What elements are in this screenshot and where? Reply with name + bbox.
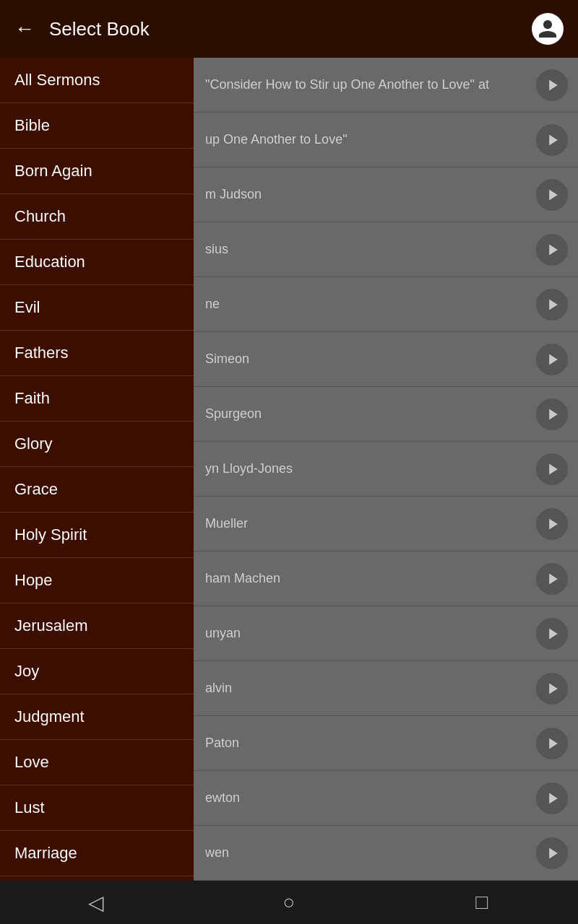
svg-marker-6 <box>549 409 558 419</box>
svg-marker-3 <box>549 244 558 255</box>
sidebar-item-born-again[interactable]: Born Again <box>0 149 194 194</box>
sidebar-item-ministry[interactable]: Ministry <box>0 876 194 881</box>
sermon-text: yn Lloyd-Jones <box>205 461 536 477</box>
sermon-row[interactable]: up One Another to Love" <box>194 113 578 167</box>
nav-back-button[interactable]: ◁ <box>67 881 125 924</box>
nav-home-button[interactable]: ○ <box>260 881 318 924</box>
back-button[interactable]: ← <box>14 17 35 40</box>
sidebar-item-church[interactable]: Church <box>0 194 194 240</box>
sermon-text: sius <box>205 241 536 258</box>
sermon-text: Simeon <box>205 351 536 367</box>
sermon-row[interactable]: ewton <box>194 771 578 826</box>
svg-marker-2 <box>549 189 558 200</box>
sermon-row[interactable]: yn Lloyd-Jones <box>194 442 578 497</box>
sermon-text: Mueller <box>205 515 536 532</box>
svg-marker-11 <box>549 683 558 694</box>
sermon-row[interactable]: wen <box>194 826 578 881</box>
svg-marker-9 <box>549 573 558 584</box>
play-button[interactable] <box>536 124 568 156</box>
svg-marker-13 <box>549 793 558 803</box>
sermon-row[interactable]: Simeon <box>194 332 578 387</box>
sidebar-item-hope[interactable]: Hope <box>0 558 194 603</box>
play-button[interactable] <box>536 618 568 650</box>
sidebar-item-joy[interactable]: Joy <box>0 649 194 694</box>
play-button[interactable] <box>536 453 568 485</box>
account-button[interactable] <box>532 13 564 45</box>
account-icon <box>537 18 558 40</box>
sermon-text: up One Another to Love" <box>205 131 536 148</box>
bottom-nav: ◁ ○ □ <box>0 881 578 924</box>
sermon-text: Paton <box>205 735 536 751</box>
sermon-row[interactable]: "Consider How to Stir up One Another to … <box>194 58 578 113</box>
play-button[interactable] <box>536 783 568 814</box>
sidebar-item-judgment[interactable]: Judgment <box>0 694 194 740</box>
svg-marker-7 <box>549 463 558 474</box>
sidebar-item-all-sermons[interactable]: All Sermons <box>0 58 194 103</box>
sidebar-item-fathers[interactable]: Fathers <box>0 331 194 376</box>
sidebar-item-marriage[interactable]: Marriage <box>0 831 194 876</box>
sermon-text: ham Machen <box>205 570 536 587</box>
play-button[interactable] <box>536 289 568 321</box>
sermon-text: ewton <box>205 790 536 806</box>
svg-marker-8 <box>549 518 558 529</box>
sermon-text: wen <box>205 845 536 861</box>
play-button[interactable] <box>536 344 568 375</box>
sidebar-item-evil[interactable]: Evil <box>0 285 194 331</box>
svg-marker-1 <box>549 134 558 145</box>
play-button[interactable] <box>536 179 568 211</box>
play-button[interactable] <box>536 508 568 540</box>
play-button[interactable] <box>536 563 568 595</box>
sermon-text: "Consider How to Stir up One Another to … <box>205 77 536 93</box>
sermon-text: Spurgeon <box>205 406 536 422</box>
play-button[interactable] <box>536 234 568 266</box>
sermon-row[interactable]: Mueller <box>194 497 578 552</box>
sermon-text: ne <box>205 296 536 313</box>
sidebar: All SermonsBibleBorn AgainChurchEducatio… <box>0 58 194 881</box>
svg-marker-12 <box>549 738 558 749</box>
sidebar-item-education[interactable]: Education <box>0 240 194 285</box>
sidebar-item-faith[interactable]: Faith <box>0 376 194 422</box>
app-title: Select Book <box>49 18 532 40</box>
app-bar: ← Select Book <box>0 0 578 58</box>
sermon-row[interactable]: Paton <box>194 716 578 771</box>
sidebar-item-love[interactable]: Love <box>0 740 194 785</box>
svg-marker-5 <box>549 354 558 365</box>
sidebar-item-bible[interactable]: Bible <box>0 103 194 149</box>
sidebar-item-jerusalem[interactable]: Jerusalem <box>0 603 194 649</box>
svg-marker-0 <box>549 79 558 90</box>
sidebar-item-grace[interactable]: Grace <box>0 467 194 513</box>
main-layout: All SermonsBibleBorn AgainChurchEducatio… <box>0 58 578 881</box>
sermon-row[interactable]: m Judson <box>194 167 578 222</box>
play-button[interactable] <box>536 673 568 705</box>
sidebar-item-glory[interactable]: Glory <box>0 422 194 467</box>
sermon-text: unyan <box>205 625 536 642</box>
sermon-row[interactable]: alvin <box>194 661 578 716</box>
sidebar-item-lust[interactable]: Lust <box>0 785 194 831</box>
sermon-row[interactable]: Spurgeon <box>194 387 578 442</box>
play-button[interactable] <box>536 837 568 869</box>
svg-marker-4 <box>549 299 558 310</box>
sermon-row[interactable]: sius <box>194 222 578 277</box>
sermon-row[interactable]: ne <box>194 277 578 332</box>
play-button[interactable] <box>536 728 568 759</box>
content-area: "Consider How to Stir up One Another to … <box>194 58 578 881</box>
sermon-row[interactable]: unyan <box>194 606 578 661</box>
sermon-text: m Judson <box>205 186 536 203</box>
svg-marker-14 <box>549 847 558 858</box>
play-button[interactable] <box>536 398 568 430</box>
nav-recent-button[interactable]: □ <box>453 881 511 924</box>
sermon-row[interactable]: ham Machen <box>194 552 578 606</box>
play-button[interactable] <box>536 69 568 101</box>
sidebar-item-holy-spirit[interactable]: Holy Spirit <box>0 513 194 558</box>
svg-marker-10 <box>549 628 558 639</box>
sermon-text: alvin <box>205 680 536 697</box>
